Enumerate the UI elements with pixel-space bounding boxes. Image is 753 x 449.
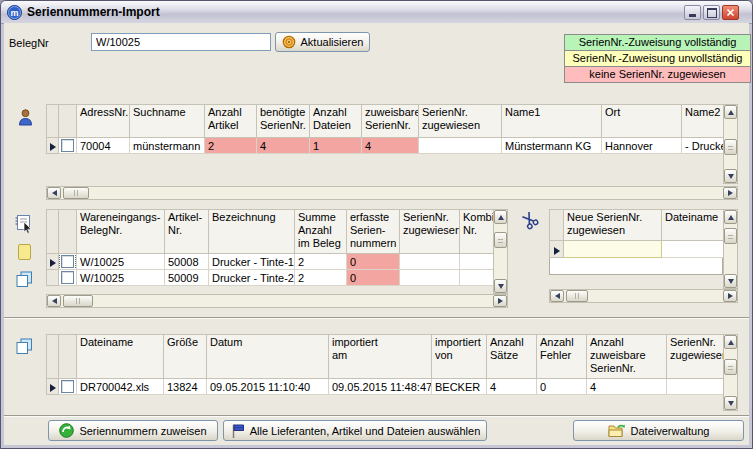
current-row-arrow [50, 259, 56, 267]
scroll-up-button[interactable] [724, 105, 737, 119]
col-name2: Name2 [682, 105, 724, 138]
select-all-button[interactable]: Alle Lieferanten, Artikel und Dateien au… [223, 420, 487, 441]
scroll-down-button[interactable] [724, 396, 737, 410]
file-row[interactable]: DR700042.xls 13824 09.05.2015 11:10:40 0… [47, 379, 724, 395]
supplier-row[interactable]: 70004 münstermann 2 4 1 4 Münstermann KG… [47, 138, 724, 154]
section-divider [4, 317, 749, 318]
scroll-up-button[interactable] [724, 210, 737, 224]
cell-anzahl-artikel: 2 [205, 138, 257, 154]
cell-dateiname: DR700042.xls [77, 379, 164, 395]
scroll-left-button[interactable] [550, 290, 564, 302]
current-row-arrow [50, 384, 56, 392]
cell-artikel-nr: 50009 [165, 270, 209, 286]
receipt-row[interactable]: W/10025 50009 Drucker - Tinte-2 2 0 [47, 270, 494, 286]
assign-serials-button[interactable]: Seriennummern zuweisen [48, 420, 218, 441]
footer-divider [4, 415, 749, 416]
scroll-right-button[interactable] [493, 295, 507, 307]
col-artikel-nr: Artikel- Nr. [165, 210, 209, 254]
col-zuweisbare-seriennr: zuweisbare SerienNr. [362, 105, 419, 138]
cell-summe-anzahl: 2 [295, 270, 347, 286]
col-neue-seriennr: Neue SerienNr. zugewiesen [564, 210, 662, 241]
window-title: Seriennummern-Import [27, 5, 160, 19]
selector-header [47, 105, 59, 138]
col-erfasste-seriennummern: erfasste Serien- nummern [347, 210, 400, 254]
cell-name1: Münstermann KG [502, 138, 602, 154]
cell-erfasste: 0 [347, 254, 400, 270]
col-anzahl-saetze: Anzahl Sätze [487, 335, 537, 379]
scroll-up-button[interactable] [494, 210, 507, 224]
client-area: BelegNr Aktualisieren SerienNr.-Zuweisun… [4, 23, 749, 445]
maximize-button[interactable] [703, 5, 720, 20]
scroll-thumb[interactable] [724, 359, 737, 375]
col-seriennr-zugewiesen: SerienNr. zugewiesen [419, 105, 502, 138]
receipts-grid: Wareneingangs- BelegNr. Artikel- Nr. Bez… [46, 209, 494, 286]
scroll-up-button[interactable] [724, 335, 737, 349]
scroll-thumb[interactable] [63, 187, 89, 199]
receipts-hscroll[interactable] [46, 294, 508, 308]
col-dateiname: Dateiname [662, 210, 724, 241]
col-anzahl-zuweisbare: Anzahl zuweisbare SerienNr. [587, 335, 667, 379]
assign-icon [59, 423, 74, 438]
col-adressnr: AdressNr. [77, 105, 130, 138]
suppliers-vscroll[interactable] [723, 104, 738, 184]
title-bar[interactable]: m Seriennummern-Import [1, 1, 752, 24]
cell-name2: - Drucker [682, 138, 724, 154]
note-icon [18, 244, 31, 260]
cell-we-belegnr: W/10025 [77, 254, 165, 270]
close-icon [726, 8, 735, 17]
close-button[interactable] [722, 5, 739, 20]
cell-kombinat-nr [460, 270, 494, 286]
cell-ort: Hannover [602, 138, 682, 154]
cell-adressnr: 70004 [77, 138, 130, 154]
copy-icon [16, 271, 33, 288]
receipt-checkbox[interactable] [61, 271, 74, 284]
new-serials-vscroll[interactable] [723, 209, 738, 289]
scroll-thumb[interactable] [566, 290, 588, 302]
receipts-vscroll[interactable] [493, 209, 508, 294]
scroll-right-button[interactable] [723, 290, 737, 302]
col-seriennr-zugewiesen: SerienNr. zugewiesen [667, 335, 724, 379]
cell-neue-seriennr[interactable] [564, 241, 662, 258]
scroll-down-button[interactable] [494, 279, 507, 293]
col-kombinat-nr: Kombinat. Nr. [460, 210, 494, 254]
new-serial-row[interactable] [550, 241, 724, 258]
refresh-button[interactable]: Aktualisieren [275, 32, 370, 52]
scroll-thumb[interactable] [724, 139, 737, 155]
cell-importiert-von: BECKER [432, 379, 487, 395]
cell-kombinat-nr [460, 254, 494, 270]
file-checkbox[interactable] [61, 380, 74, 393]
scroll-thumb[interactable] [63, 295, 93, 307]
cell-zuweisbare-seriennr: 4 [362, 138, 419, 154]
checkbox-header [59, 335, 77, 379]
col-we-belegnr: Wareneingangs- BelegNr. [77, 210, 165, 254]
minimize-icon [689, 14, 696, 17]
scroll-thumb[interactable] [494, 232, 507, 248]
scroll-down-button[interactable] [724, 274, 737, 288]
minimize-button[interactable] [684, 5, 701, 20]
new-serials-hscroll[interactable] [549, 289, 738, 303]
cell-we-belegnr: W/10025 [77, 270, 165, 286]
cell-anzahl-zuweisbare: 4 [587, 379, 667, 395]
scroll-right-button[interactable] [723, 187, 737, 199]
file-management-button[interactable]: Dateiverwaltung [573, 420, 744, 441]
status-legend: SerienNr.-Zuweisung vollständig SerienNr… [564, 34, 751, 83]
cell-importiert-am: 09.05.2015 11:48:47 [329, 379, 432, 395]
receipt-checkbox[interactable] [61, 255, 74, 268]
refresh-button-label: Aktualisieren [301, 36, 364, 48]
col-benoetigte-seriennr: benötigte SerienNr. [257, 105, 310, 138]
supplier-checkbox[interactable] [61, 139, 74, 152]
suppliers-hscroll[interactable] [46, 186, 738, 200]
files-grid: Dateiname Größe Datum importiert am impo… [46, 334, 724, 395]
col-name1: Name1 [502, 105, 602, 138]
scroll-left-button[interactable] [47, 187, 61, 199]
scroll-left-button[interactable] [47, 295, 61, 307]
scroll-thumb[interactable] [724, 228, 737, 244]
receipt-row[interactable]: W/10025 50008 Drucker - Tinte-1 2 0 [47, 254, 494, 270]
cell-seriennr-zugewiesen [419, 138, 502, 154]
belegnr-input[interactable] [91, 33, 271, 51]
scroll-down-button[interactable] [724, 169, 737, 183]
selector-header [47, 335, 59, 379]
col-anzahl-dateien: Anzahl Dateien [310, 105, 362, 138]
files-vscroll[interactable] [723, 334, 738, 411]
files-copy-icon [16, 338, 33, 355]
